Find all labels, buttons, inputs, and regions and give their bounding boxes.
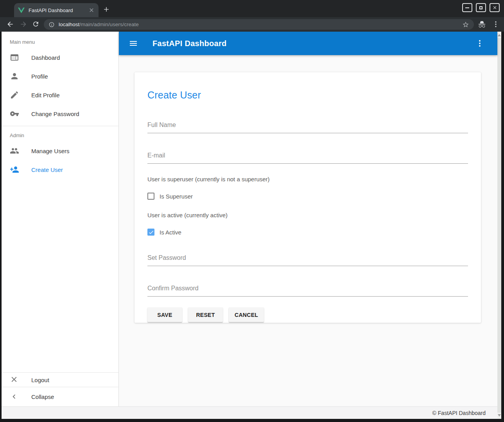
star-icon — [462, 21, 469, 28]
vue-logo-icon — [18, 7, 25, 13]
window-maximize-button[interactable] — [476, 3, 486, 12]
sidebar-item-label: Manage Users — [31, 148, 70, 154]
minimize-icon — [465, 7, 469, 8]
active-note: User is active (currently active) — [147, 212, 468, 218]
page-footer: © FastAPI Dashboard — [2, 406, 497, 419]
create-user-card: Create User User is superuser (currently… — [135, 72, 481, 323]
window-minimize-button[interactable] — [462, 3, 472, 12]
active-checkbox-row[interactable]: Is Active — [147, 229, 468, 236]
save-button[interactable]: SAVE — [147, 308, 182, 322]
sidebar: Main menu Dashboard Profile Edit Profile… — [2, 32, 119, 406]
main-area: FastAPI Dashboard Create User User is su… — [119, 32, 497, 406]
superuser-checkbox-row[interactable]: Is Superuser — [147, 193, 468, 200]
url-text: localhost/main/admin/users/create — [59, 21, 139, 27]
set-password-field[interactable] — [147, 254, 468, 266]
sidebar-item-label: Create User — [31, 166, 63, 173]
sidebar-item-label: Dashboard — [31, 54, 60, 61]
sidebar-item-manage-users[interactable]: Manage Users — [2, 141, 118, 160]
browser-tab[interactable]: FastAPI Dashboard — [14, 3, 99, 17]
browser-window: FastAPI Dashboard — [0, 0, 504, 422]
browser-menu-button[interactable] — [492, 20, 500, 28]
maximize-icon — [479, 6, 482, 9]
sidebar-item-label: Change Password — [31, 111, 79, 117]
reload-icon — [32, 20, 39, 28]
close-icon — [492, 5, 497, 10]
forward-button[interactable] — [20, 20, 27, 28]
sidebar-item-label: Edit Profile — [31, 92, 60, 98]
bookmark-button[interactable] — [462, 21, 469, 28]
new-tab-button[interactable] — [102, 5, 111, 14]
page-scrollbar[interactable] — [497, 32, 501, 419]
info-icon[interactable] — [48, 21, 55, 28]
tab-title: FastAPI Dashboard — [29, 7, 88, 13]
key-icon — [10, 109, 19, 118]
window-close-button[interactable] — [490, 3, 500, 12]
sidebar-item-profile[interactable]: Profile — [2, 67, 118, 86]
sidebar-item-dashboard[interactable]: Dashboard — [2, 48, 118, 67]
page-content: Create User User is superuser (currently… — [119, 55, 497, 406]
url-path: /main/admin/users/create — [79, 21, 139, 27]
person-icon — [10, 72, 19, 81]
sidebar-item-label: Profile — [31, 73, 48, 80]
superuser-checkbox[interactable] — [147, 193, 154, 200]
window-controls — [462, 3, 500, 12]
full-name-field[interactable] — [147, 122, 468, 133]
back-arrow-icon — [6, 20, 14, 28]
superuser-checkbox-label: Is Superuser — [160, 193, 193, 200]
superuser-note: User is superuser (currently is not a su… — [147, 176, 468, 182]
sidebar-item-label: Collapse — [31, 393, 54, 400]
browser-toolbar: localhost/main/admin/users/create — [0, 17, 504, 32]
dashboard-icon — [10, 53, 19, 62]
pencil-icon — [10, 90, 19, 100]
browser-titlebar: FastAPI Dashboard — [0, 0, 504, 17]
sidebar-section-main-menu: Main menu — [2, 32, 118, 48]
address-bar[interactable]: localhost/main/admin/users/create — [44, 19, 474, 30]
sidebar-item-logout[interactable]: Logout — [2, 373, 118, 387]
sidebar-bottom: Logout Collapse — [2, 372, 118, 406]
scrollbar-thumb[interactable] — [497, 38, 501, 413]
back-button[interactable] — [6, 20, 14, 28]
app-header: FastAPI Dashboard — [119, 32, 497, 55]
app-menu-button[interactable] — [475, 39, 484, 48]
page-title: Create User — [147, 89, 468, 101]
person-add-icon — [10, 165, 19, 174]
email-field[interactable] — [147, 152, 468, 164]
hamburger-menu-icon — [129, 39, 138, 48]
app-title: FastAPI Dashboard — [152, 39, 227, 48]
tab-close-icon[interactable] — [88, 7, 95, 13]
reload-button[interactable] — [32, 20, 40, 28]
scrollbar-up-arrow-icon[interactable] — [498, 34, 501, 36]
people-icon — [10, 146, 19, 156]
reset-button[interactable]: RESET — [188, 308, 223, 322]
check-icon — [148, 229, 154, 235]
url-host: localhost — [59, 21, 79, 27]
chevron-left-icon — [10, 392, 19, 402]
sidebar-item-edit-profile[interactable]: Edit Profile — [2, 86, 118, 104]
sidebar-item-create-user[interactable]: Create User — [2, 160, 118, 179]
kebab-menu-icon — [475, 39, 484, 48]
close-icon — [10, 375, 19, 384]
active-checkbox-label: Is Active — [160, 229, 181, 236]
sidebar-section-admin: Admin — [2, 126, 118, 141]
forward-arrow-icon — [20, 20, 27, 28]
confirm-password-field[interactable] — [147, 285, 468, 297]
form-actions: SAVE RESET CANCEL — [147, 308, 468, 322]
sidebar-item-collapse[interactable]: Collapse — [2, 387, 118, 406]
scrollbar-down-arrow-icon[interactable] — [498, 414, 501, 417]
copyright-text: © FastAPI Dashboard — [432, 410, 486, 416]
sidebar-item-change-password[interactable]: Change Password — [2, 104, 118, 123]
incognito-icon — [478, 20, 486, 29]
sidebar-toggle-button[interactable] — [129, 39, 138, 48]
cancel-button[interactable]: CANCEL — [229, 308, 264, 322]
sidebar-item-label: Logout — [31, 377, 49, 383]
active-checkbox[interactable] — [147, 229, 154, 236]
kebab-menu-icon — [492, 20, 500, 28]
